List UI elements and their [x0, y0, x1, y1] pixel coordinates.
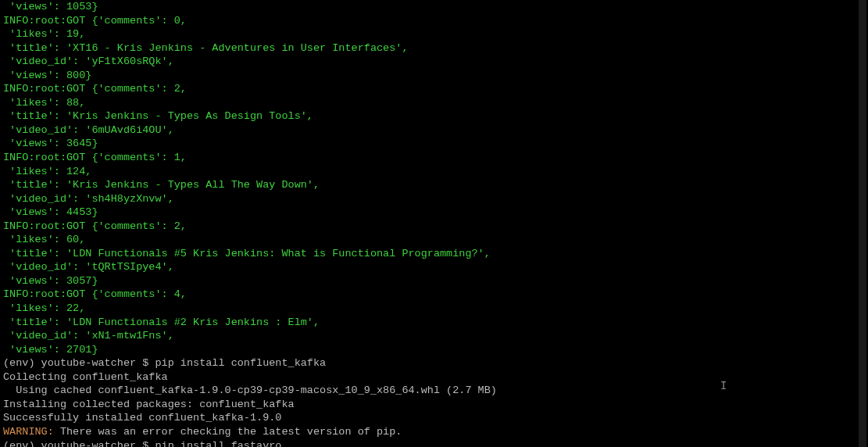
- output-line: 'title': 'Kris Jenkins - Types All The W…: [3, 179, 320, 191]
- output-line: 'title': 'LDN Functionals #5 Kris Jenkin…: [3, 248, 491, 259]
- pip-output-line: Using cached confluent_kafka-1.9.0-cp39-…: [3, 384, 497, 396]
- output-line: INFO:root:GOT {'comments': 0,: [3, 15, 187, 27]
- output-line: INFO:root:GOT {'comments': 1,: [3, 152, 187, 163]
- output-line: 'likes': 19,: [3, 28, 85, 40]
- output-line: 'video_id': 'yF1tX60sRQk',: [3, 55, 174, 67]
- command-text: pip install fastavro: [155, 440, 281, 448]
- terminal-output[interactable]: 'views': 1053} INFO:root:GOT {'comments'…: [0, 0, 868, 447]
- output-line: INFO:root:GOT {'comments': 2,: [3, 83, 187, 95]
- shell-prompt: (env) youtube-watcher $: [3, 357, 155, 369]
- output-line: 'views': 800}: [3, 70, 91, 81]
- output-line: 'likes': 60,: [3, 234, 85, 245]
- warning-text: There was an error checking the latest v…: [54, 426, 402, 438]
- output-line: 'video_id': 'sh4H8yzXnvw',: [3, 193, 174, 205]
- output-line: INFO:root:GOT {'comments': 2,: [3, 220, 187, 232]
- shell-prompt: (env) youtube-watcher $: [3, 440, 155, 448]
- output-line: 'title': 'XT16 - Kris Jenkins - Adventur…: [3, 42, 408, 54]
- output-line: 'views': 3057}: [3, 275, 98, 287]
- pip-output-line: Successfully installed confluent_kafka-1…: [3, 412, 281, 424]
- output-line: 'likes': 88,: [3, 97, 85, 109]
- output-line: 'video_id': 'xN1-mtw1Fns',: [3, 330, 174, 342]
- scrollbar[interactable]: [857, 0, 868, 447]
- output-line: 'likes': 124,: [3, 166, 91, 177]
- text-cursor-icon: I: [720, 379, 727, 393]
- command-text: pip install confluent_kafka: [155, 357, 326, 369]
- output-line: 'video_id': '6mUAvd6i4OU',: [3, 124, 174, 136]
- output-line: 'views': 4453}: [3, 206, 98, 218]
- output-line: 'video_id': 'tQRtTSIpye4',: [3, 261, 174, 273]
- warning-label: WARNING:: [3, 426, 54, 438]
- output-line: 'views': 1053}: [3, 1, 98, 13]
- pip-output-line: Installing collected packages: confluent…: [3, 399, 295, 410]
- output-line: INFO:root:GOT {'comments': 4,: [3, 288, 187, 300]
- output-line: 'views': 2701}: [3, 344, 98, 356]
- scrollbar-track[interactable]: [859, 0, 866, 447]
- output-line: 'likes': 22,: [3, 302, 85, 314]
- output-line: 'views': 3645}: [3, 138, 98, 149]
- output-line: 'title': 'Kris Jenkins - Types As Design…: [3, 110, 313, 122]
- pip-output-line: Collecting confluent_kafka: [3, 371, 168, 383]
- output-line: 'title': 'LDN Functionals #2 Kris Jenkin…: [3, 316, 320, 328]
